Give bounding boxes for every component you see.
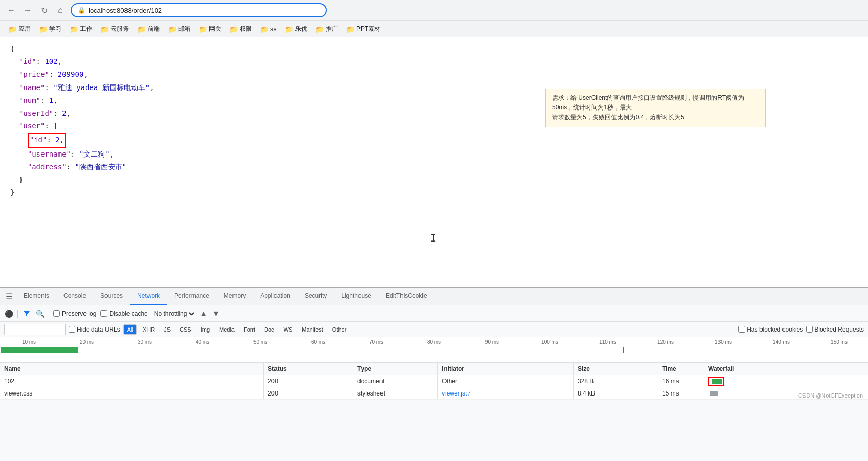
bookmark-label: 邮箱 <box>178 25 190 33</box>
timeline-label-20: 20 ms <box>58 339 116 345</box>
type-other-button[interactable]: Other <box>329 326 350 333</box>
bookmark-label: 学习 <box>49 25 61 33</box>
type-doc-button[interactable]: Doc <box>261 326 278 333</box>
reload-button[interactable]: ↻ <box>38 4 50 16</box>
tab-elements[interactable]: Elements <box>16 288 56 305</box>
cell-waterfall-1 <box>704 375 868 387</box>
type-js-button[interactable]: JS <box>161 326 174 333</box>
filter-bar: Hide data URLs All XHR JS CSS Img Media … <box>0 322 868 337</box>
bookmark-推广[interactable]: 📁 推广 <box>312 24 341 34</box>
cell-size-2: 8.4 kB <box>574 387 658 399</box>
bookmark-label: 应用 <box>18 25 31 33</box>
folder-icon: 📁 <box>137 25 146 33</box>
blocked-requests-checkbox[interactable] <box>806 326 813 333</box>
header-time: Time <box>658 363 704 375</box>
toolbar-separator-2 <box>49 310 49 318</box>
bookmark-sx[interactable]: 📁 sx <box>257 24 280 34</box>
json-line-10: "address": "陕西省西安市" <box>10 161 858 173</box>
disable-cache-checkbox[interactable] <box>100 310 107 317</box>
cell-size-1: 328 B <box>574 375 658 387</box>
type-media-button[interactable]: Media <box>216 326 238 333</box>
type-css-button[interactable]: CSS <box>177 326 195 333</box>
bookmark-邮箱[interactable]: 📁 邮箱 <box>165 24 194 34</box>
bookmark-应用[interactable]: 📁 应用 <box>5 24 34 34</box>
filter-icon[interactable] <box>22 309 31 318</box>
type-xhr-button[interactable]: XHR <box>140 326 158 333</box>
bookmark-学习[interactable]: 📁 学习 <box>36 24 65 34</box>
bookmark-PPT素材[interactable]: 📁 PPT素材 <box>343 24 384 34</box>
folder-icon: 📁 <box>346 25 355 33</box>
timeline-label-50: 50 ms <box>231 339 289 345</box>
filter-input[interactable] <box>4 324 66 335</box>
has-blocked-cookies-label[interactable]: Has blocked cookies <box>738 326 803 333</box>
folder-icon: 📁 <box>39 25 48 33</box>
search-icon[interactable]: 🔍 <box>35 309 45 318</box>
initiator-link-2[interactable]: viewer.js:7 <box>442 390 471 397</box>
timeline-bar-container <box>1 347 867 353</box>
preserve-log-checkbox[interactable] <box>53 310 60 317</box>
type-all-button[interactable]: All <box>123 324 137 335</box>
tab-application[interactable]: Application <box>253 288 298 305</box>
folder-icon: 📁 <box>285 25 293 33</box>
bookmark-label: 权限 <box>240 25 252 33</box>
home-button[interactable]: ⌂ <box>54 4 67 16</box>
type-img-button[interactable]: Img <box>198 326 213 333</box>
json-line-8: "id": 2, <box>10 133 858 147</box>
throttle-select[interactable]: No throttling Slow 3G Fast 3G <box>152 310 196 318</box>
timeline-label-140: 140 ms <box>752 339 810 345</box>
clear-icon[interactable]: ⚫ <box>4 309 13 318</box>
type-font-button[interactable]: Font <box>241 326 258 333</box>
folder-icon: 📁 <box>199 25 207 33</box>
address-bar[interactable]: 🔒 localhost:8088/order/102 <box>71 3 327 17</box>
bookmark-云服务[interactable]: 📁 云服务 <box>97 24 132 34</box>
preserve-log-label[interactable]: Preserve log <box>53 310 96 317</box>
bookmark-label: 网关 <box>209 25 221 33</box>
has-blocked-cookies-checkbox[interactable] <box>738 326 745 333</box>
tab-editthiscookie[interactable]: EditThisCookie <box>378 288 434 305</box>
tab-lighthouse[interactable]: Lighthouse <box>334 288 378 305</box>
header-name: Name <box>0 363 264 375</box>
type-manifest-button[interactable]: Manifest <box>299 326 326 333</box>
blocked-requests-label[interactable]: Blocked Requests <box>806 326 864 333</box>
table-row[interactable]: viewer.css 200 stylesheet viewer.js:7 8.… <box>0 387 868 400</box>
tab-security[interactable]: Security <box>298 288 334 305</box>
bookmark-label: 乐优 <box>295 25 307 33</box>
bookmark-前端[interactable]: 📁 前端 <box>134 24 163 34</box>
preserve-log-text: Preserve log <box>62 310 96 317</box>
url-text: localhost:8088/order/102 <box>89 7 162 14</box>
bookmark-权限[interactable]: 📁 权限 <box>226 24 255 34</box>
devtools-panel-icon[interactable]: ☰ <box>2 288 16 305</box>
has-blocked-cookies-text: Has blocked cookies <box>747 326 803 333</box>
cell-time-2: 15 ms <box>658 387 704 399</box>
hide-data-urls-label[interactable]: Hide data URLs <box>69 326 120 333</box>
upload-icon[interactable]: ▲ <box>200 309 208 318</box>
main-content: { "id": 102, "price": 209900, "name": "雅… <box>0 37 868 270</box>
table-row[interactable]: 102 200 document Other 328 B 16 ms <box>0 375 868 387</box>
bookmark-乐优[interactable]: 📁 乐优 <box>282 24 310 34</box>
tab-network[interactable]: Network <box>130 288 167 305</box>
bookmark-label: 推广 <box>326 25 338 33</box>
json-line-11: } <box>10 173 858 186</box>
timeline-label-100: 100 ms <box>521 339 579 345</box>
disable-cache-label[interactable]: Disable cache <box>100 310 147 317</box>
header-initiator: Initiator <box>438 363 574 375</box>
cell-initiator-2: viewer.js:7 <box>438 387 574 399</box>
tooltip: 需求：给 UserClient的查询用户接口设置降级规则，慢调用的RT阈值为50… <box>545 89 766 127</box>
hide-data-urls-text: Hide data URLs <box>77 326 120 333</box>
type-ws-button[interactable]: WS <box>281 326 296 333</box>
timeline-label-150: 150 ms <box>810 339 868 345</box>
hide-data-urls-checkbox[interactable] <box>69 326 75 333</box>
bookmark-label: 工作 <box>80 25 92 33</box>
json-line-9: "username": "文二狗", <box>10 148 858 161</box>
tab-sources[interactable]: Sources <box>93 288 130 305</box>
back-button[interactable]: ← <box>5 4 17 16</box>
tab-memory[interactable]: Memory <box>217 288 253 305</box>
devtools-tabs: ☰ Elements Console Sources Network Perfo… <box>0 288 868 305</box>
bookmark-工作[interactable]: 📁 工作 <box>67 24 95 34</box>
tab-console[interactable]: Console <box>56 288 93 305</box>
forward-button[interactable]: → <box>22 4 34 16</box>
tab-performance[interactable]: Performance <box>167 288 217 305</box>
bookmark-网关[interactable]: 📁 网关 <box>196 24 224 34</box>
timeline-label-30: 30 ms <box>116 339 174 345</box>
download-icon[interactable]: ▼ <box>212 309 220 318</box>
